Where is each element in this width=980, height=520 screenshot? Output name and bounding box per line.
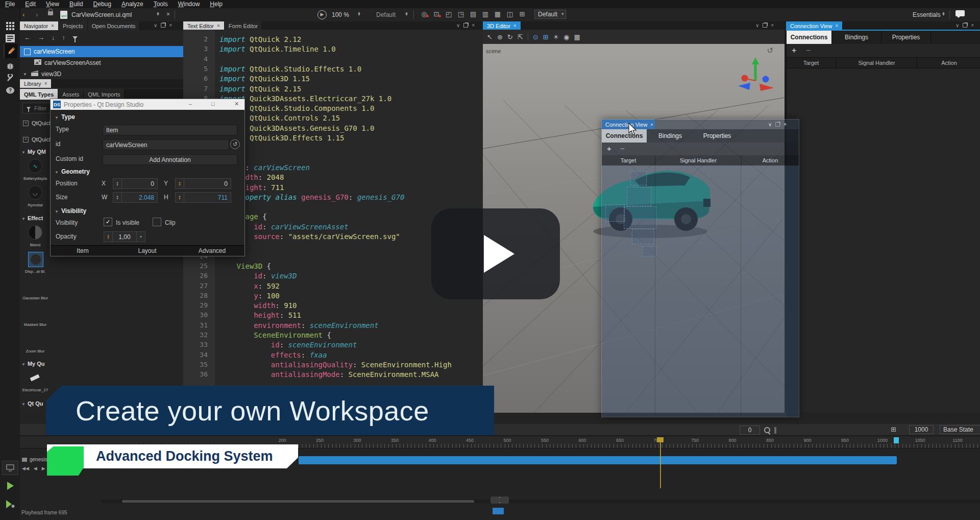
tab-connection-view[interactable]: Connection View× <box>786 21 843 30</box>
id-reset-icon[interactable]: ↺ <box>230 139 240 149</box>
code-line[interactable]: property alias genesis_G70: genesis_G70 <box>237 193 405 201</box>
add-annotation-button[interactable]: Add Annotation <box>103 154 237 165</box>
back-icon[interactable]: ‹ <box>22 11 24 18</box>
code-line[interactable]: id: carViewScreen <box>237 163 310 172</box>
code-line[interactable]: import QtQuick 2.15 <box>219 85 301 93</box>
code-line[interactable]: source: "assets/carViewScreen.svg" <box>254 232 400 241</box>
w-spinbox[interactable]: ▲▼2.048 <box>113 192 158 203</box>
drop-icon[interactable] <box>28 332 42 346</box>
tree-row-view3d[interactable]: ▼ view3D <box>20 68 183 80</box>
is-visible-checkbox[interactable]: ✓ <box>104 218 112 226</box>
dialog-tab-advanced[interactable]: Advanced <box>180 245 244 256</box>
timeline-zoom-field[interactable]: 0 <box>740 426 760 435</box>
kit-selector[interactable] <box>2 461 18 475</box>
tab-navigator[interactable]: Navigator× <box>20 21 59 30</box>
run-button[interactable] <box>4 480 16 491</box>
subtab-bindings[interactable]: Bindings <box>832 31 881 44</box>
column-target[interactable]: Target <box>787 57 836 68</box>
code-line[interactable]: View3D { <box>237 262 271 270</box>
table-icon[interactable]: ⊞ <box>517 10 528 18</box>
expand-icon[interactable]: + <box>23 137 29 143</box>
pane-close-icon[interactable]: × <box>472 22 475 28</box>
column-action[interactable]: Action <box>742 155 799 166</box>
x-spinbox[interactable]: ▲▼0 <box>113 178 158 189</box>
zoom-magnifier-icon[interactable] <box>764 427 770 433</box>
zoom-spinner[interactable]: ▲▼ <box>357 12 361 16</box>
axis-gizmo[interactable] <box>735 56 778 97</box>
pane-close-icon[interactable]: × <box>771 22 774 28</box>
pane-dropdown-icon[interactable]: ∨ <box>154 22 157 28</box>
code-line[interactable]: height: 511 <box>254 311 301 319</box>
tab-form-editor[interactable]: Form Editor <box>225 21 262 30</box>
nav-up-icon[interactable]: ↑ <box>62 34 66 41</box>
floating-connection-view[interactable]: Connection View× ∨ × Connections Binding… <box>601 119 799 417</box>
code-line[interactable]: effects: fxaa <box>271 351 327 359</box>
camera-icon[interactable]: ◉ <box>564 33 569 41</box>
zoom-level[interactable]: 100 % <box>332 11 349 18</box>
nav-left-icon[interactable]: ← <box>24 34 31 41</box>
pane-close-icon[interactable]: × <box>169 22 172 28</box>
tab-text-editor[interactable]: Text Editor× <box>183 21 225 30</box>
subtab-properties[interactable]: Properties <box>881 31 931 44</box>
debug-run-button[interactable] <box>4 499 16 510</box>
subtab-connections[interactable]: Connections <box>787 31 832 44</box>
timeline-track-bar[interactable] <box>299 456 897 464</box>
lock-icon[interactable] <box>48 9 53 17</box>
close-icon[interactable]: × <box>650 122 653 127</box>
close-button[interactable]: ✕ <box>234 101 239 107</box>
design-mode-pencil-icon[interactable] <box>4 44 17 58</box>
code-line[interactable]: id: view3D <box>254 272 297 280</box>
pane-dropdown-icon[interactable]: ∨ <box>955 22 959 28</box>
menu-window[interactable]: Window <box>173 1 205 8</box>
eraser-icon[interactable] <box>28 371 42 385</box>
code-line[interactable]: antialiasingQuality: SceneEnvironment.Hi… <box>271 361 452 369</box>
nav-down-icon[interactable]: ↓ <box>52 34 55 41</box>
welcome-mode-icon[interactable] <box>4 33 16 44</box>
code-line[interactable]: import QtQuick 2.12 <box>219 35 301 43</box>
split-icon[interactable]: ◳ <box>455 10 467 18</box>
code-line[interactable]: id: sceneEnvironment <box>271 341 357 349</box>
column-view-icon[interactable]: ▥ <box>480 10 491 18</box>
tab-3d-editor[interactable]: 3D Editor× <box>483 21 521 30</box>
to-start-icon[interactable]: ◀◀ <box>22 466 29 471</box>
video-play-button[interactable] <box>431 208 560 299</box>
dialog-tab-item[interactable]: Item <box>51 245 115 256</box>
pane-close-icon[interactable]: × <box>971 22 974 28</box>
opacity-spinbox[interactable]: ▲▼ 1,00 ▾ <box>104 231 145 242</box>
close-document-icon[interactable]: × <box>166 11 170 18</box>
scale-tool-icon[interactable]: ⇱ <box>518 33 523 41</box>
pane-dropdown-icon[interactable]: ∨ <box>755 22 759 28</box>
remove-connection-button[interactable]: − <box>620 144 625 153</box>
scene-node-label[interactable]: scene <box>486 48 501 54</box>
menu-tools[interactable]: Tools <box>149 1 173 8</box>
prev-frame-icon[interactable]: ◀ <box>34 466 37 471</box>
drop-icon[interactable] <box>28 278 42 293</box>
pane-dropdown-icon[interactable]: ∨ <box>768 122 772 127</box>
drop-icon[interactable] <box>28 305 42 319</box>
code-line[interactable]: antialiasingMode: SceneEnvironment.MSAA <box>271 370 439 379</box>
play-icon[interactable]: ▶ <box>42 466 45 471</box>
wave-circle-icon[interactable]: ∿ <box>28 159 42 173</box>
grid-view-icon[interactable]: ▦ <box>492 10 503 18</box>
timeline-scrollbar-track[interactable] <box>102 500 980 503</box>
rotate-tool-icon[interactable]: ↻ <box>507 33 513 41</box>
feedback-bubble-icon[interactable] <box>955 10 965 18</box>
subtab-connections[interactable]: Connections <box>602 129 647 143</box>
menu-edit[interactable]: Edit <box>20 1 41 8</box>
pane-float-icon[interactable] <box>775 122 780 127</box>
state-selector[interactable]: Base State <box>940 425 980 434</box>
column-signal-handler[interactable]: Signal Handler <box>655 155 742 166</box>
pane-float-icon[interactable] <box>463 23 468 28</box>
perspective-selector[interactable]: Essentials <box>913 11 941 18</box>
code-line[interactable]: width: 910 <box>254 301 297 310</box>
clip-checkbox[interactable] <box>153 218 161 226</box>
blur-selected-icon[interactable] <box>28 252 42 266</box>
pane-close-icon[interactable]: × <box>783 122 787 127</box>
maximize-button[interactable]: □ <box>211 101 215 107</box>
pane-float-icon[interactable] <box>763 23 767 28</box>
library-section-header[interactable]: ▼My Qu <box>21 361 175 367</box>
bounding-rect-icon[interactable]: ⊡ <box>431 10 442 18</box>
expander-icon[interactable]: ▼ <box>23 72 27 77</box>
menu-help[interactable]: Help <box>205 1 228 8</box>
forward-icon[interactable]: › <box>36 11 38 18</box>
